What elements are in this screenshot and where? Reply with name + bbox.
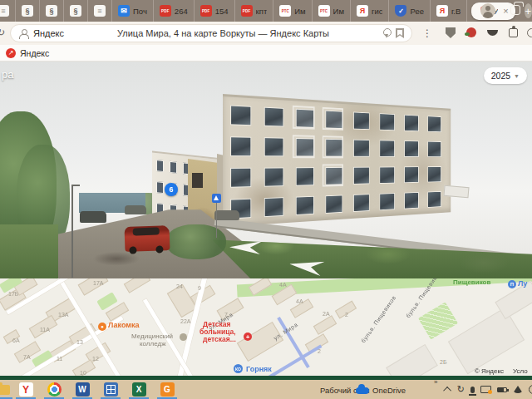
- street-name-plaque: [192, 173, 203, 188]
- registry-shield-icon: [395, 5, 406, 17]
- college-poi-icon[interactable]: [180, 333, 187, 341]
- tab-11[interactable]: гис: [351, 0, 390, 22]
- mini-map[interactable]: 17Б17А13А11А6А7А131112102422А974А4А2А222…: [0, 278, 532, 376]
- bookmark-icon[interactable]: [396, 28, 404, 38]
- battery-icon[interactable]: [497, 387, 507, 392]
- tab-label: Им: [333, 7, 344, 16]
- map-label-hn: 6А: [12, 337, 20, 343]
- new-tab-button[interactable]: +: [525, 3, 532, 18]
- map-green-area: [418, 302, 458, 339]
- map-terms-link[interactable]: Усло: [513, 367, 528, 375]
- wifi-icon[interactable]: [513, 386, 523, 393]
- taskbar-app-yandex-browser[interactable]: Y: [13, 380, 38, 399]
- pdf-icon: [160, 5, 171, 17]
- extension-half-icon[interactable]: [487, 30, 498, 36]
- volume-icon[interactable]: [529, 385, 532, 394]
- map-label-hn: 4А: [279, 282, 287, 288]
- panorama-year-selector[interactable]: 2025 ▼: [484, 67, 527, 84]
- taskbar-app-excel[interactable]: X: [126, 380, 151, 399]
- window: [353, 112, 369, 131]
- map-label-poi-grey: колледж: [140, 340, 166, 347]
- extension-rose-icon[interactable]: [466, 27, 476, 37]
- sync-icon[interactable]: ↻: [457, 385, 465, 394]
- window: [404, 140, 418, 157]
- yandex-browser-icon: Y: [19, 382, 33, 397]
- excel-icon: X: [132, 382, 146, 397]
- tab-6[interactable]: 264: [154, 0, 195, 22]
- extension-partial-icon[interactable]: [527, 28, 532, 37]
- tab-groups-icon[interactable]: [510, 5, 520, 15]
- refresh-icon[interactable]: ↻: [0, 27, 5, 38]
- onedrive-label[interactable]: OneDrive: [372, 386, 406, 395]
- window: [264, 137, 283, 156]
- map-label-poi-red: детская...: [203, 335, 236, 343]
- tab-5[interactable]: Поч: [112, 0, 154, 22]
- window: [428, 141, 441, 157]
- garant-icon: G: [160, 382, 175, 397]
- window: [380, 193, 395, 210]
- toolbar-overflow-chevron[interactable]: »: [434, 378, 437, 386]
- tab-8[interactable]: кпт: [235, 0, 274, 22]
- legal-document-icon: [22, 5, 33, 17]
- tab-close-icon[interactable]: ×: [503, 6, 508, 16]
- location-pin-icon[interactable]: [382, 28, 391, 39]
- extensions-puzzle-icon[interactable]: [509, 28, 518, 37]
- page-title: Улица Мира, 4 на карте Воркуты — Яндекс …: [69, 28, 377, 38]
- tab-0[interactable]: [0, 0, 16, 22]
- house-number-badge[interactable]: 6: [165, 183, 178, 196]
- rts-tender-icon: [318, 5, 330, 17]
- street-lamp: [71, 185, 73, 278]
- window: [404, 192, 418, 209]
- chevron-down-icon: ▼: [514, 73, 520, 79]
- window: [230, 136, 251, 156]
- rts-tender-icon: [279, 5, 291, 17]
- lakomka-poi-icon[interactable]: ●: [98, 323, 106, 331]
- tab-12[interactable]: Рее: [389, 0, 431, 22]
- tray-expand-icon[interactable]: [443, 387, 451, 395]
- tab-label: 264: [175, 7, 188, 16]
- pano-street-label: ра: [2, 68, 13, 81]
- pedestrian-crossing-sign: [212, 194, 221, 203]
- onedrive-icon[interactable]: [356, 387, 369, 394]
- display-notification-icon[interactable]: [480, 386, 491, 393]
- profile-avatar[interactable]: [480, 3, 495, 18]
- chrome-icon: [47, 382, 62, 397]
- taskbar-app-chrome[interactable]: [42, 380, 66, 399]
- yandex-bookmark[interactable]: Яндекс: [20, 48, 49, 58]
- taskbar-app-word[interactable]: W: [70, 380, 95, 399]
- taskbar-app-garant[interactable]: G: [155, 380, 180, 399]
- window: [404, 166, 418, 183]
- menu-dots-icon[interactable]: ⋮: [422, 27, 432, 39]
- taskbar-app-calculator[interactable]: [98, 380, 123, 399]
- tab-label: г.В: [451, 7, 461, 16]
- hospital-poi-icon[interactable]: +: [244, 332, 252, 341]
- site-profile-icon: [18, 28, 28, 38]
- parked-car: [80, 211, 106, 223]
- tab-7[interactable]: 154: [195, 0, 235, 22]
- window: [156, 181, 164, 194]
- tab-2[interactable]: [40, 0, 64, 22]
- street-view-panorama[interactable]: 6 ра 2025 ▼: [0, 62, 532, 278]
- balcony: [323, 164, 343, 186]
- folder-icon: [0, 385, 10, 395]
- map-label-hn: 9: [198, 285, 201, 291]
- map-label-poi-orange: Лакомка: [108, 321, 139, 329]
- tab-3[interactable]: [64, 0, 88, 22]
- tab-13[interactable]: г.В: [431, 0, 467, 22]
- tab-10[interactable]: Им: [313, 0, 351, 22]
- url-field[interactable]: Яндекс Улица Мира, 4 на карте Воркуты — …: [10, 24, 412, 42]
- window: [380, 113, 395, 131]
- tab-1[interactable]: [16, 0, 40, 22]
- microphone-icon[interactable]: [470, 387, 475, 393]
- roadside-grass: [0, 224, 58, 278]
- gornyak-poi-icon[interactable]: КО: [234, 364, 243, 373]
- adblock-shield-icon[interactable]: [446, 27, 456, 38]
- tab-label: Поч: [133, 7, 147, 16]
- tab-4[interactable]: [88, 0, 112, 22]
- legal-document-icon: [46, 5, 57, 17]
- yandex-icon: [357, 5, 368, 17]
- lu-poi-icon[interactable]: П: [508, 280, 516, 288]
- map-label-hn: 22А: [180, 318, 190, 324]
- window: [230, 168, 251, 188]
- tab-9[interactable]: Им: [273, 0, 312, 22]
